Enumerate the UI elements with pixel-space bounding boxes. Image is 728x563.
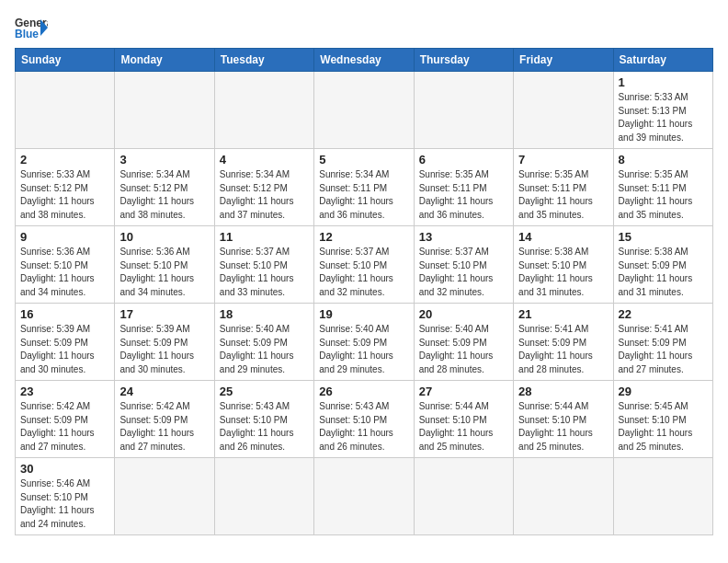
calendar-cell bbox=[414, 458, 513, 535]
day-number: 8 bbox=[619, 153, 708, 167]
day-number: 27 bbox=[419, 385, 508, 398]
svg-text:Blue: Blue bbox=[15, 28, 39, 40]
day-number: 6 bbox=[419, 153, 508, 167]
day-number: 5 bbox=[319, 153, 408, 167]
calendar-cell bbox=[115, 458, 214, 535]
day-info: Sunrise: 5:44 AMSunset: 5:10 PMDaylight:… bbox=[419, 400, 508, 454]
day-info: Sunrise: 5:41 AMSunset: 5:09 PMDaylight:… bbox=[619, 323, 708, 376]
calendar-cell bbox=[414, 72, 513, 149]
calendar-cell: 6Sunrise: 5:35 AMSunset: 5:11 PMDaylight… bbox=[414, 149, 513, 226]
calendar-cell: 21Sunrise: 5:41 AMSunset: 5:09 PMDayligh… bbox=[514, 304, 613, 381]
calendar-cell: 3Sunrise: 5:34 AMSunset: 5:12 PMDaylight… bbox=[115, 149, 214, 226]
day-info: Sunrise: 5:34 AMSunset: 5:12 PMDaylight:… bbox=[220, 168, 309, 222]
day-info: Sunrise: 5:37 AMSunset: 5:10 PMDaylight:… bbox=[419, 246, 508, 299]
day-info: Sunrise: 5:38 AMSunset: 5:10 PMDaylight:… bbox=[518, 246, 608, 299]
calendar-cell: 20Sunrise: 5:40 AMSunset: 5:09 PMDayligh… bbox=[414, 304, 513, 381]
calendar-cell bbox=[16, 72, 115, 149]
day-info: Sunrise: 5:40 AMSunset: 5:09 PMDaylight:… bbox=[220, 323, 309, 376]
calendar-cell bbox=[314, 458, 414, 535]
day-info: Sunrise: 5:43 AMSunset: 5:10 PMDaylight:… bbox=[319, 400, 408, 454]
calendar-cell: 19Sunrise: 5:40 AMSunset: 5:09 PMDayligh… bbox=[314, 304, 414, 381]
calendar-cell: 2Sunrise: 5:33 AMSunset: 5:12 PMDaylight… bbox=[16, 149, 115, 226]
calendar-cell: 8Sunrise: 5:35 AMSunset: 5:11 PMDaylight… bbox=[613, 149, 712, 226]
day-number: 22 bbox=[619, 307, 708, 321]
calendar-cell: 22Sunrise: 5:41 AMSunset: 5:09 PMDayligh… bbox=[613, 304, 712, 381]
week-row-2: 9Sunrise: 5:36 AMSunset: 5:10 PMDaylight… bbox=[16, 226, 713, 304]
week-row-5: 30Sunrise: 5:46 AMSunset: 5:10 PMDayligh… bbox=[16, 458, 713, 535]
calendar-cell: 17Sunrise: 5:39 AMSunset: 5:09 PMDayligh… bbox=[115, 304, 214, 381]
day-number: 26 bbox=[319, 385, 408, 398]
weekday-monday: Monday bbox=[115, 49, 214, 72]
calendar-cell: 12Sunrise: 5:37 AMSunset: 5:10 PMDayligh… bbox=[314, 226, 414, 304]
calendar-cell: 4Sunrise: 5:34 AMSunset: 5:12 PMDaylight… bbox=[214, 149, 313, 226]
calendar-cell: 16Sunrise: 5:39 AMSunset: 5:09 PMDayligh… bbox=[16, 304, 115, 381]
week-row-0: 1Sunrise: 5:33 AMSunset: 5:13 PMDaylight… bbox=[16, 72, 713, 149]
calendar-cell: 24Sunrise: 5:42 AMSunset: 5:09 PMDayligh… bbox=[115, 381, 214, 458]
day-info: Sunrise: 5:35 AMSunset: 5:11 PMDaylight:… bbox=[419, 168, 508, 222]
calendar-cell: 14Sunrise: 5:38 AMSunset: 5:10 PMDayligh… bbox=[514, 226, 613, 304]
day-info: Sunrise: 5:40 AMSunset: 5:09 PMDaylight:… bbox=[419, 323, 508, 376]
calendar-cell bbox=[214, 72, 313, 149]
day-number: 23 bbox=[20, 385, 109, 398]
day-number: 1 bbox=[619, 75, 708, 89]
calendar-cell: 23Sunrise: 5:42 AMSunset: 5:09 PMDayligh… bbox=[16, 381, 115, 458]
day-number: 11 bbox=[220, 230, 309, 244]
day-number: 20 bbox=[419, 307, 508, 321]
day-number: 17 bbox=[119, 307, 209, 321]
day-info: Sunrise: 5:38 AMSunset: 5:09 PMDaylight:… bbox=[619, 246, 708, 299]
day-number: 18 bbox=[220, 307, 309, 321]
day-number: 12 bbox=[319, 230, 408, 244]
day-info: Sunrise: 5:40 AMSunset: 5:09 PMDaylight:… bbox=[319, 323, 408, 376]
calendar-cell: 30Sunrise: 5:46 AMSunset: 5:10 PMDayligh… bbox=[16, 458, 115, 535]
day-info: Sunrise: 5:42 AMSunset: 5:09 PMDaylight:… bbox=[119, 400, 209, 454]
day-number: 25 bbox=[220, 385, 309, 398]
logo-icon: General Blue bbox=[15, 15, 48, 40]
day-info: Sunrise: 5:39 AMSunset: 5:09 PMDaylight:… bbox=[20, 323, 109, 376]
calendar-cell bbox=[613, 458, 712, 535]
day-number: 13 bbox=[419, 230, 508, 244]
day-info: Sunrise: 5:36 AMSunset: 5:10 PMDaylight:… bbox=[20, 246, 109, 299]
calendar-cell bbox=[115, 72, 214, 149]
day-info: Sunrise: 5:37 AMSunset: 5:10 PMDaylight:… bbox=[319, 246, 408, 299]
day-info: Sunrise: 5:35 AMSunset: 5:11 PMDaylight:… bbox=[619, 168, 708, 222]
day-info: Sunrise: 5:44 AMSunset: 5:10 PMDaylight:… bbox=[518, 400, 608, 454]
weekday-header-row: SundayMondayTuesdayWednesdayThursdayFrid… bbox=[16, 49, 713, 72]
calendar-cell bbox=[314, 72, 414, 149]
day-info: Sunrise: 5:41 AMSunset: 5:09 PMDaylight:… bbox=[518, 323, 608, 376]
weekday-thursday: Thursday bbox=[414, 49, 513, 72]
day-info: Sunrise: 5:34 AMSunset: 5:12 PMDaylight:… bbox=[119, 168, 209, 222]
calendar-cell: 29Sunrise: 5:45 AMSunset: 5:10 PMDayligh… bbox=[613, 381, 712, 458]
logo: General Blue bbox=[15, 15, 48, 40]
day-number: 7 bbox=[518, 153, 608, 167]
day-info: Sunrise: 5:36 AMSunset: 5:10 PMDaylight:… bbox=[119, 246, 209, 299]
day-info: Sunrise: 5:46 AMSunset: 5:10 PMDaylight:… bbox=[20, 477, 109, 531]
calendar-cell: 25Sunrise: 5:43 AMSunset: 5:10 PMDayligh… bbox=[214, 381, 313, 458]
calendar-cell: 27Sunrise: 5:44 AMSunset: 5:10 PMDayligh… bbox=[414, 381, 513, 458]
day-number: 10 bbox=[119, 230, 209, 244]
calendar-cell: 5Sunrise: 5:34 AMSunset: 5:11 PMDaylight… bbox=[314, 149, 414, 226]
calendar-cell: 28Sunrise: 5:44 AMSunset: 5:10 PMDayligh… bbox=[514, 381, 613, 458]
calendar-cell: 18Sunrise: 5:40 AMSunset: 5:09 PMDayligh… bbox=[214, 304, 313, 381]
weekday-saturday: Saturday bbox=[613, 49, 712, 72]
calendar-cell: 13Sunrise: 5:37 AMSunset: 5:10 PMDayligh… bbox=[414, 226, 513, 304]
day-number: 16 bbox=[20, 307, 109, 321]
day-info: Sunrise: 5:34 AMSunset: 5:11 PMDaylight:… bbox=[319, 168, 408, 222]
day-number: 29 bbox=[619, 385, 708, 398]
day-info: Sunrise: 5:43 AMSunset: 5:10 PMDaylight:… bbox=[220, 400, 309, 454]
day-number: 14 bbox=[518, 230, 608, 244]
day-number: 28 bbox=[518, 385, 608, 398]
calendar-cell: 10Sunrise: 5:36 AMSunset: 5:10 PMDayligh… bbox=[115, 226, 214, 304]
day-info: Sunrise: 5:33 AMSunset: 5:12 PMDaylight:… bbox=[20, 168, 109, 222]
weekday-sunday: Sunday bbox=[16, 49, 115, 72]
weekday-tuesday: Tuesday bbox=[214, 49, 313, 72]
calendar-cell: 1Sunrise: 5:33 AMSunset: 5:13 PMDaylight… bbox=[613, 72, 712, 149]
day-number: 15 bbox=[619, 230, 708, 244]
day-info: Sunrise: 5:37 AMSunset: 5:10 PMDaylight:… bbox=[220, 246, 309, 299]
calendar-cell: 11Sunrise: 5:37 AMSunset: 5:10 PMDayligh… bbox=[214, 226, 313, 304]
day-info: Sunrise: 5:42 AMSunset: 5:09 PMDaylight:… bbox=[20, 400, 109, 454]
day-info: Sunrise: 5:33 AMSunset: 5:13 PMDaylight:… bbox=[619, 91, 708, 144]
day-info: Sunrise: 5:39 AMSunset: 5:09 PMDaylight:… bbox=[119, 323, 209, 376]
week-row-4: 23Sunrise: 5:42 AMSunset: 5:09 PMDayligh… bbox=[16, 381, 713, 458]
day-number: 24 bbox=[119, 385, 209, 398]
calendar-cell: 15Sunrise: 5:38 AMSunset: 5:09 PMDayligh… bbox=[613, 226, 712, 304]
